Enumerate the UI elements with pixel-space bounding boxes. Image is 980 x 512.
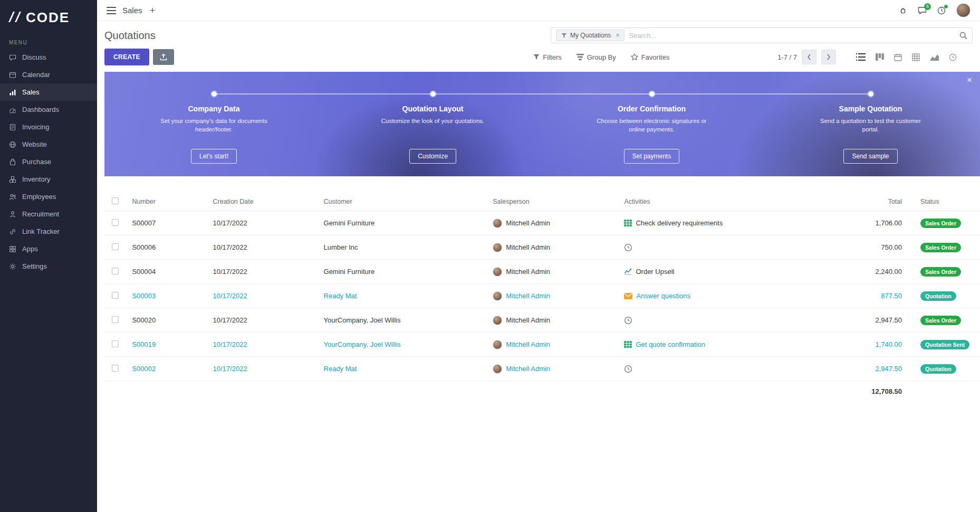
onboarding-step-order-confirmation: Order Confirmation Choose between electr… bbox=[542, 105, 761, 176]
search-box[interactable]: My Quotations × bbox=[551, 27, 973, 43]
row-checkbox[interactable] bbox=[112, 316, 119, 323]
page-title: Quotations bbox=[104, 30, 156, 42]
header-salesperson[interactable]: Salesperson bbox=[493, 198, 624, 205]
row-checkbox[interactable] bbox=[112, 219, 119, 226]
brand-logo[interactable]: CODE bbox=[0, 0, 97, 33]
sidebar-item-settings[interactable]: Settings bbox=[0, 258, 97, 275]
banner-close-icon[interactable]: × bbox=[967, 75, 972, 86]
cell-number: S00019 bbox=[132, 340, 213, 348]
sidebar-item-sales[interactable]: Sales bbox=[0, 83, 97, 101]
activity-note-icon[interactable] bbox=[624, 220, 632, 226]
cell-date: 10/17/2022 bbox=[213, 243, 324, 251]
cell-activity[interactable]: Get quote confirmation bbox=[636, 340, 705, 348]
search-icon[interactable] bbox=[959, 32, 967, 40]
debug-bug-icon[interactable] bbox=[899, 6, 907, 15]
table-row[interactable]: S00002 10/17/2022 Ready Mat Mitchell Adm… bbox=[104, 357, 980, 381]
header-activities[interactable]: Activities bbox=[624, 198, 803, 205]
activity-clock-icon[interactable] bbox=[624, 316, 632, 325]
activity-note-icon[interactable] bbox=[624, 341, 632, 348]
graph-view-icon[interactable] bbox=[930, 54, 939, 61]
apps-icon bbox=[9, 245, 16, 253]
funnel-icon bbox=[561, 33, 567, 39]
list-view-icon[interactable] bbox=[856, 53, 866, 61]
header-customer[interactable]: Customer bbox=[324, 198, 493, 205]
search-filter-chip[interactable]: My Quotations × bbox=[556, 30, 624, 41]
sidebar-item-inventory[interactable]: Inventory bbox=[0, 170, 97, 188]
row-checkbox[interactable] bbox=[112, 268, 119, 274]
activity-clock-icon[interactable] bbox=[624, 243, 632, 252]
import-button[interactable] bbox=[153, 49, 174, 65]
sidebar-item-calendar[interactable]: Calendar bbox=[0, 66, 97, 83]
table-row[interactable]: S00003 10/17/2022 Ready Mat Mitchell Adm… bbox=[104, 284, 980, 308]
star-icon bbox=[631, 53, 638, 61]
pivot-view-icon[interactable] bbox=[912, 53, 920, 61]
cell-salesperson: Mitchell Admin bbox=[506, 243, 550, 251]
user-avatar[interactable] bbox=[956, 3, 971, 17]
sidebar-item-purchase[interactable]: Purchase bbox=[0, 153, 97, 170]
header-number[interactable]: Number bbox=[132, 198, 213, 205]
table-row[interactable]: S00020 10/17/2022 YourCompany, Joel Will… bbox=[104, 308, 980, 333]
search-input[interactable] bbox=[629, 32, 955, 40]
brand-logo-icon bbox=[8, 12, 21, 24]
sidebar-item-invoicing[interactable]: Invoicing bbox=[0, 118, 97, 136]
footer-total: 12,708.50 bbox=[804, 387, 907, 395]
create-button[interactable]: CREATE bbox=[104, 49, 149, 65]
header-creation-date[interactable]: Creation Date bbox=[213, 198, 324, 205]
step-dot bbox=[430, 91, 436, 97]
remove-filter-icon[interactable]: × bbox=[616, 32, 619, 39]
table-row[interactable]: S00004 10/17/2022 Gemini Furniture Mitch… bbox=[104, 260, 980, 284]
topbar: Sales + 5 bbox=[97, 0, 980, 21]
group-by-button[interactable]: Group By bbox=[577, 53, 616, 61]
filters-button[interactable]: Filters bbox=[533, 53, 561, 61]
activity-chart-icon[interactable] bbox=[624, 268, 632, 275]
sidebar-item-dashboards[interactable]: Dashboards bbox=[0, 101, 97, 118]
sidebar-item-discuss[interactable]: Discuss bbox=[0, 49, 97, 66]
cell-activity[interactable]: Answer questions bbox=[636, 292, 690, 300]
calendar-view-icon[interactable] bbox=[894, 53, 902, 61]
salesperson-avatar bbox=[493, 316, 502, 325]
row-checkbox[interactable] bbox=[112, 340, 119, 347]
table-row[interactable]: S00006 10/17/2022 Lumber Inc Mitchell Ad… bbox=[104, 235, 980, 260]
status-badge: Quotation bbox=[920, 364, 956, 374]
row-checkbox[interactable] bbox=[112, 243, 119, 250]
kanban-view-icon[interactable] bbox=[876, 53, 884, 61]
quotations-table: Number Creation Date Customer Salesperso… bbox=[104, 192, 980, 401]
hamburger-menu-icon[interactable] bbox=[107, 7, 116, 14]
pager-next-button[interactable] bbox=[821, 50, 836, 64]
activity-view-icon[interactable] bbox=[949, 53, 957, 61]
cell-activity[interactable]: Order Upsell bbox=[636, 268, 674, 276]
cell-activity[interactable]: Check delivery requirements bbox=[636, 219, 723, 227]
table-row[interactable]: S00007 10/17/2022 Gemini Furniture Mitch… bbox=[104, 211, 980, 235]
control-panel: Quotations My Quotations × CREATE bbox=[97, 21, 980, 65]
sidebar-item-apps[interactable]: Apps bbox=[0, 240, 97, 258]
cell-total: 2,947.50 bbox=[804, 316, 907, 324]
sidebar-item-recruitment[interactable]: Recruitment bbox=[0, 205, 97, 223]
favorites-button[interactable]: Favorites bbox=[631, 53, 669, 61]
header-total[interactable]: Total bbox=[804, 198, 907, 205]
header-status[interactable]: Status bbox=[907, 198, 980, 205]
activities-clock-icon[interactable] bbox=[937, 6, 946, 15]
onboarding-banner: × Company Data Set your company's data f… bbox=[104, 72, 980, 176]
table-row[interactable]: S00019 10/17/2022 YourCompany, Joel Will… bbox=[104, 333, 980, 357]
cell-salesperson: Mitchell Admin bbox=[506, 219, 550, 227]
pager-previous-button[interactable] bbox=[802, 50, 816, 64]
pager-range: 1-7 / 7 bbox=[777, 53, 797, 61]
row-checkbox[interactable] bbox=[112, 292, 119, 299]
cell-customer: Ready Mat bbox=[324, 365, 493, 373]
lets-start-button[interactable]: Let's start! bbox=[191, 149, 237, 164]
activity-envelope-icon[interactable] bbox=[624, 293, 632, 299]
activity-clock-icon[interactable] bbox=[624, 365, 632, 373]
employees-icon bbox=[9, 193, 16, 201]
current-app-name[interactable]: Sales bbox=[122, 6, 142, 15]
sidebar-item-website[interactable]: Website bbox=[0, 136, 97, 153]
customize-button[interactable]: Customize bbox=[409, 149, 456, 164]
sidebar-item-link-tracker[interactable]: Link Tracker bbox=[0, 223, 97, 240]
sidebar-item-employees[interactable]: Employees bbox=[0, 188, 97, 205]
send-sample-button[interactable]: Send sample bbox=[843, 149, 897, 164]
select-all-checkbox[interactable] bbox=[112, 197, 119, 204]
row-checkbox[interactable] bbox=[112, 365, 119, 372]
set-payments-button[interactable]: Set payments bbox=[624, 149, 679, 164]
status-badge: Quotation bbox=[920, 291, 956, 301]
new-tab-icon[interactable]: + bbox=[150, 5, 156, 15]
messages-icon[interactable]: 5 bbox=[918, 6, 927, 15]
